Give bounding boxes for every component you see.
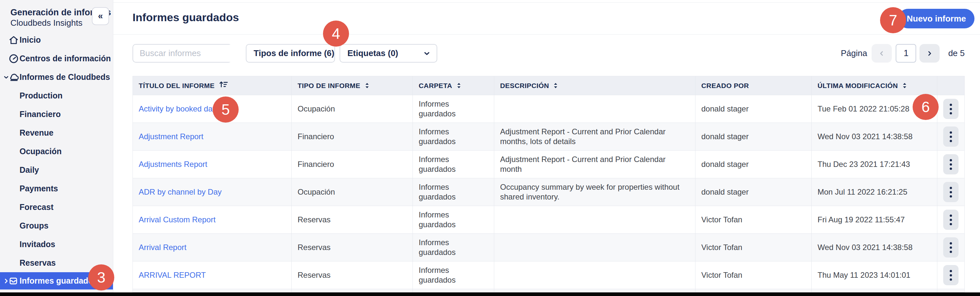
- sidebar-item-forecast[interactable]: Forecast: [0, 198, 113, 216]
- sidebar-item-revenue[interactable]: Revenue: [0, 123, 113, 142]
- folder-cell: Informes guardados: [413, 178, 494, 206]
- column-label: DESCRIPCIÓN: [500, 81, 549, 91]
- type-cell: Reservas: [292, 206, 413, 234]
- report-link[interactable]: Adjustments Report: [139, 159, 207, 169]
- collapse-icon: «: [98, 11, 103, 21]
- annotation-badge-3: 3: [88, 264, 114, 290]
- annotation-badge-6: 6: [913, 94, 939, 120]
- actions-cell: [937, 178, 964, 206]
- sidebar-subitem-label: Forecast: [19, 202, 53, 212]
- table-row-partial: [133, 289, 964, 293]
- new-report-button[interactable]: Nuevo informe: [898, 9, 974, 28]
- folder-cell: Informes guardados: [413, 150, 494, 178]
- type-cell: Ocupación: [292, 178, 413, 206]
- sidebar-item-payments[interactable]: Payments: [0, 179, 113, 198]
- actions-cell: [937, 234, 964, 261]
- description-cell: Occupancy summary by week for properties…: [494, 178, 695, 206]
- description-cell: [494, 95, 695, 123]
- report-link[interactable]: Arrival Custom Report: [139, 215, 216, 225]
- report-link[interactable]: ARRIVAL REPORT: [139, 270, 206, 280]
- title-cell: Arrival Custom Report: [133, 206, 292, 234]
- sidebar-item-invitados[interactable]: Invitados: [0, 235, 113, 254]
- cloud-icon: [8, 71, 21, 83]
- table-row: Activity by booked date Ocupación Inform…: [133, 95, 964, 123]
- pagination: Página de 5: [841, 44, 965, 62]
- sidebar-item-ocupacion[interactable]: Ocupación: [0, 142, 113, 161]
- sidebar-collapse-button[interactable]: «: [92, 7, 109, 25]
- last-modified-cell: Thu Dec 23 2021 17:21:43: [812, 150, 937, 178]
- table-row: ADR by channel by Day Ocupación Informes…: [133, 178, 964, 206]
- search-input[interactable]: [133, 45, 251, 62]
- actions-cell: [937, 289, 964, 293]
- row-menu-button[interactable]: [943, 210, 959, 230]
- next-page-button[interactable]: [920, 44, 940, 62]
- column-header-type[interactable]: TIPO DE INFORME: [292, 76, 413, 95]
- title-cell: Activity by booked date: [133, 95, 292, 123]
- type-cell: Ocupación: [292, 95, 413, 123]
- tags-dropdown[interactable]: Etiquetas (0): [340, 44, 437, 62]
- pagination-label: Página: [841, 48, 867, 58]
- top-divider: [113, 2, 980, 3]
- sidebar-subitem-label: Daily: [19, 165, 39, 175]
- row-menu-button[interactable]: [943, 182, 959, 202]
- row-menu-button[interactable]: [943, 154, 959, 174]
- column-header-folder[interactable]: CARPETA: [413, 76, 494, 95]
- report-link[interactable]: ADR by channel by Day: [139, 187, 222, 197]
- gauge-icon: [8, 53, 21, 64]
- row-menu-button[interactable]: [943, 237, 959, 258]
- type-cell: Reservas: [292, 234, 413, 261]
- report-types-dropdown[interactable]: Tipos de informe (6): [246, 44, 335, 62]
- sidebar: Generación de informes Cloudbeds Insight…: [0, 0, 113, 296]
- created-by-cell: donald stager: [695, 123, 812, 150]
- dropdown-label: Tipos de informe (6): [254, 48, 334, 58]
- sidebar-item-groups[interactable]: Groups: [0, 216, 113, 235]
- column-header-last-modified[interactable]: ÚLTIMA MODIFICACIÓN: [812, 76, 937, 95]
- column-header-description[interactable]: DESCRIPCIÓN: [494, 76, 695, 95]
- table-row: Adjustment Report Financiero Informes gu…: [133, 123, 964, 150]
- folder-cell: Informes guardados: [413, 206, 494, 234]
- sidebar-item-financiero[interactable]: Financiero: [0, 105, 113, 123]
- sidebar-item-informes-cloudbeds[interactable]: Informes de Cloudbeds: [0, 68, 113, 86]
- created-by-cell: donald stager: [695, 95, 812, 123]
- sidebar-item-daily[interactable]: Daily: [0, 161, 113, 179]
- description-cell: [494, 261, 695, 289]
- title-cell: Arrival Report: [133, 234, 292, 261]
- annotation-badge-4: 4: [323, 21, 349, 46]
- created-by-cell: Victor Tofan: [695, 234, 812, 261]
- actions-cell: [937, 150, 964, 178]
- title-cell: Adjustment Report: [133, 123, 292, 150]
- title-cell: [133, 289, 292, 293]
- page-total: de 5: [948, 48, 965, 58]
- sidebar-subitem-label: Revenue: [19, 128, 53, 138]
- title-divider: [113, 34, 980, 35]
- description-cell: [494, 289, 695, 293]
- column-header-actions: [937, 76, 964, 95]
- sort-updown-icon: [553, 82, 558, 89]
- column-header-title[interactable]: TÍTULO DEL INFORME: [133, 76, 292, 95]
- sidebar-item-production[interactable]: Production: [0, 86, 113, 105]
- sidebar-item-label: Informes de Cloudbeds: [19, 72, 110, 82]
- sidebar-subitem-label: Payments: [19, 184, 58, 193]
- last-modified-cell: Fri Aug 19 2022 11:55:47: [812, 206, 937, 234]
- row-menu-button[interactable]: [943, 126, 959, 147]
- row-menu-button[interactable]: [943, 265, 959, 285]
- column-header-created-by: CREADO POR: [695, 76, 812, 95]
- column-label: TÍTULO DEL INFORME: [139, 81, 215, 91]
- sidebar-item-centros[interactable]: Centros de información: [0, 49, 113, 68]
- prev-page-button[interactable]: [872, 44, 892, 62]
- report-link[interactable]: Adjustment Report: [139, 132, 204, 141]
- column-label: CARPETA: [419, 81, 452, 91]
- main-content: Informes guardados Nuevo informe Tipos d…: [113, 0, 980, 296]
- page-input[interactable]: [896, 44, 916, 62]
- dropdown-label: Etiquetas (0): [347, 48, 398, 58]
- table-header-row: TÍTULO DEL INFORME TIPO DE INFORME CARPE…: [133, 76, 964, 95]
- last-modified-cell: Mon Jul 11 2022 16:21:25: [812, 178, 937, 206]
- report-link[interactable]: Arrival Report: [139, 243, 186, 252]
- created-by-cell: donald stager: [695, 150, 812, 178]
- annotation-badge-7: 7: [880, 7, 906, 33]
- sidebar-item-inicio[interactable]: Inicio: [0, 30, 113, 49]
- title-cell: Adjustments Report: [133, 150, 292, 178]
- row-menu-button[interactable]: [943, 99, 959, 119]
- search-box: [132, 44, 232, 62]
- report-link[interactable]: Activity by booked date: [139, 104, 219, 114]
